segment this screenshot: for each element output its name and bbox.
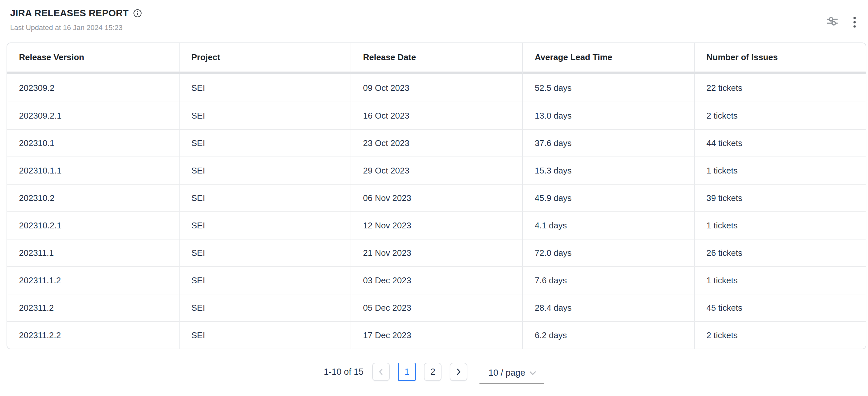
table-cell: 29 Oct 2023 [350,157,522,184]
table-cell: 1 tickets [694,266,866,294]
prev-page-button[interactable] [372,363,390,381]
table-cell: SEI [179,157,350,184]
table-cell: 202309.2.1 [7,102,179,129]
table-row: 202311.1SEI21 Nov 202372.0 days26 ticket… [7,239,866,266]
table-cell: 6.2 days [522,321,694,349]
table-header-row: Release VersionProjectRelease DateAverag… [7,43,866,74]
info-icon[interactable] [133,9,142,18]
table-cell: SEI [179,184,350,211]
table-cell: 39 tickets [694,184,866,211]
table-cell: SEI [179,294,350,321]
table-cell: 03 Dec 2023 [350,266,522,294]
title-block: JIRA RELEASES REPORT Last Updated at 16 … [10,8,142,32]
table-cell: 72.0 days [522,239,694,266]
chevron-left-icon [378,368,384,375]
table-cell: 4.1 days [522,211,694,239]
widget-actions [826,8,858,32]
table-cell: 202311.2.2 [7,321,179,349]
table-row: 202311.1.2SEI03 Dec 20237.6 days1 ticket… [7,266,866,294]
table-cell: 52.5 days [522,74,694,102]
table-cell: 23 Oct 2023 [350,129,522,157]
table-row: 202310.2.1SEI12 Nov 20234.1 days1 ticket… [7,211,866,239]
table-cell: 22 tickets [694,74,866,102]
table-row: 202309.2.1SEI16 Oct 202313.0 days2 ticke… [7,102,866,129]
table-row: 202309.2SEI09 Oct 202352.5 days22 ticket… [7,74,866,102]
page-button-2[interactable]: 2 [424,363,441,381]
table-row: 202311.2.2SEI17 Dec 20236.2 days2 ticket… [7,321,866,349]
pagination-bar: 1-10 of 15 1 2 10 / page [0,360,868,384]
table-row: 202310.1.1SEI29 Oct 202315.3 days1 ticke… [7,157,866,184]
table-cell: 26 tickets [694,239,866,266]
table-cell: 202311.2 [7,294,179,321]
jira-releases-report-widget: JIRA RELEASES REPORT Last Updated at 16 … [0,0,868,384]
page-size-select[interactable]: 10 / page [479,363,544,384]
chevron-down-icon [529,371,536,375]
table-cell: SEI [179,74,350,102]
page-title: JIRA RELEASES REPORT [10,8,128,19]
table-cell: SEI [179,102,350,129]
table-cell: SEI [179,129,350,157]
table-cell: 05 Dec 2023 [350,294,522,321]
table-cell: 202310.2 [7,184,179,211]
table-cell: 15.3 days [522,157,694,184]
table-cell: 16 Oct 2023 [350,102,522,129]
table-row: 202310.2SEI06 Nov 202345.9 days39 ticket… [7,184,866,211]
table-cell: 1 tickets [694,211,866,239]
table-cell: 202310.1 [7,129,179,157]
page-size-label: 10 / page [488,368,525,378]
table-cell: SEI [179,321,350,349]
column-header: Average Lead Time [522,43,694,74]
column-header: Number of Issues [694,43,866,74]
table-cell: SEI [179,211,350,239]
table-cell: SEI [179,266,350,294]
table-cell: 17 Dec 2023 [350,321,522,349]
table-cell: 202311.1 [7,239,179,266]
column-header: Release Version [7,43,179,74]
releases-table: Release VersionProjectRelease DateAverag… [6,42,866,349]
column-header: Project [179,43,350,74]
last-updated-label: Last Updated at 16 Jan 2024 15:23 [10,24,142,32]
table-cell: 45 tickets [694,294,866,321]
pagination-range-label: 1-10 of 15 [324,367,364,377]
table-cell: 45.9 days [522,184,694,211]
table-cell: 202310.1.1 [7,157,179,184]
table-cell: 1 tickets [694,157,866,184]
table-cell: 06 Nov 2023 [350,184,522,211]
table-cell: 2 tickets [694,321,866,349]
table-cell: SEI [179,239,350,266]
table-cell: 12 Nov 2023 [350,211,522,239]
page-button-1[interactable]: 1 [398,363,416,381]
column-header: Release Date [350,43,522,74]
table-cell: 28.4 days [522,294,694,321]
table-cell: 09 Oct 2023 [350,74,522,102]
table-cell: 21 Nov 2023 [350,239,522,266]
table-cell: 202311.1.2 [7,266,179,294]
widget-header: JIRA RELEASES REPORT Last Updated at 16 … [0,0,868,32]
sliders-filter-icon[interactable] [826,15,839,28]
table-row: 202311.2SEI05 Dec 202328.4 days45 ticket… [7,294,866,321]
table-cell: 2 tickets [694,102,866,129]
kebab-menu-icon[interactable] [851,15,858,29]
table-cell: 7.6 days [522,266,694,294]
table-cell: 44 tickets [694,129,866,157]
table-cell: 202310.2.1 [7,211,179,239]
next-page-button[interactable] [450,363,467,381]
chevron-right-icon [455,368,462,375]
table-cell: 13.0 days [522,102,694,129]
table-cell: 37.6 days [522,129,694,157]
table-row: 202310.1SEI23 Oct 202337.6 days44 ticket… [7,129,866,157]
table-cell: 202309.2 [7,74,179,102]
